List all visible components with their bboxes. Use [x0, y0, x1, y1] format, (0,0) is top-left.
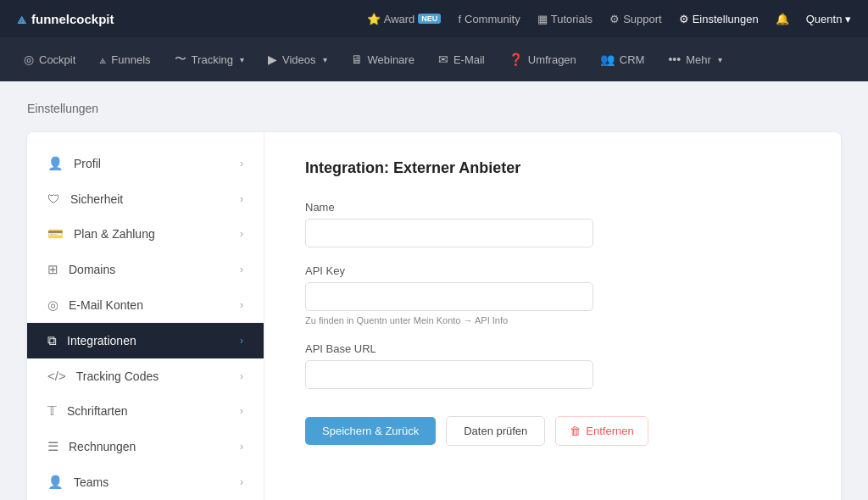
rechnungen-icon: ☰ — [47, 439, 58, 454]
domains-chevron: › — [240, 264, 243, 275]
logo-text: funnelcockpit — [31, 12, 114, 26]
support-label: Support — [623, 13, 662, 25]
plan-zahlung-chevron: › — [240, 228, 243, 240]
name-label: Name — [305, 201, 800, 214]
plan-zahlung-icon: 💳 — [47, 226, 64, 242]
nav-videos[interactable]: ▶ Videos ▾ — [258, 46, 337, 73]
sidebar-item-profil[interactable]: 👤 Profil › — [27, 146, 264, 181]
bell-icon: 🔔 — [776, 13, 789, 25]
tracking-chevron: ▾ — [240, 55, 244, 64]
form-group-api-key: API Key Zu finden in Quentn unter Mein K… — [305, 264, 800, 325]
top-nav-right: ⭐ Award NEU f Community ▦ Tutorials ⚙ Su… — [367, 13, 851, 25]
sidebar-item-schriftarten[interactable]: 𝕋 Schriftarten › — [27, 393, 264, 429]
domains-label: Domains — [69, 263, 115, 276]
form-actions: Speichern & Zurück Daten prüfen 🗑 Entfer… — [305, 416, 800, 446]
community-label: Community — [465, 13, 520, 25]
teams-icon: 👤 — [47, 475, 64, 490]
integrationen-chevron: › — [240, 335, 243, 347]
domains-icon: ⊞ — [47, 262, 58, 277]
sidebar-item-domains[interactable]: ⊞ Domains › — [27, 252, 264, 287]
nav-crm[interactable]: 👥 CRM — [590, 46, 655, 73]
schriftarten-chevron: › — [240, 405, 243, 417]
email-icon: ✉ — [438, 53, 448, 66]
logo[interactable]: ⟁ funnelcockpit — [17, 10, 114, 28]
sicherheit-icon: 🛡 — [47, 192, 60, 206]
user-label: Quentn ▾ — [806, 13, 851, 25]
sidebar-item-plan-zahlung[interactable]: 💳 Plan & Zahlung › — [27, 216, 264, 252]
settings-card: 👤 Profil › 🛡 Sicherheit › 💳 Plan & Zahlu… — [27, 132, 841, 500]
email-label: E-Mail — [453, 53, 485, 66]
videos-label: Videos — [282, 53, 316, 66]
email-konten-label: E-Mail Konten — [69, 298, 143, 312]
rechnungen-chevron: › — [240, 441, 243, 453]
webinare-label: Webinare — [368, 53, 415, 66]
sidebar-item-rechnungen[interactable]: ☰ Rechnungen › — [27, 429, 264, 464]
sidebar-item-teams[interactable]: 👤 Teams › — [27, 464, 264, 500]
top-nav-user[interactable]: Quentn ▾ — [806, 13, 851, 25]
email-konten-chevron: › — [240, 299, 243, 311]
einstellungen-label: Einstellungen — [693, 13, 759, 25]
videos-chevron: ▾ — [323, 55, 327, 64]
profil-icon: 👤 — [47, 156, 64, 171]
crm-icon: 👥 — [600, 53, 615, 66]
top-nav-support[interactable]: ⚙ Support — [609, 13, 662, 25]
rechnungen-label: Rechnungen — [69, 440, 136, 453]
cockpit-label: Cockpit — [39, 53, 75, 66]
tracking-codes-label: Tracking Codes — [76, 369, 159, 383]
api-base-url-input[interactable] — [305, 360, 593, 389]
top-nav-community[interactable]: f Community — [458, 13, 520, 25]
sicherheit-chevron: › — [240, 193, 243, 205]
remove-icon: 🗑 — [570, 425, 581, 437]
mehr-label: Mehr — [686, 53, 711, 66]
award-badge: NEU — [418, 14, 441, 24]
mehr-icon: ••• — [668, 53, 681, 66]
sidebar-item-tracking-codes[interactable]: </> Tracking Codes › — [27, 358, 264, 393]
page-content: Einstellungen 👤 Profil › 🛡 Sicherheit › — [0, 81, 868, 500]
top-navigation: ⟁ funnelcockpit ⭐ Award NEU f Community … — [0, 0, 868, 37]
api-key-input[interactable] — [305, 282, 593, 311]
breadcrumb: Einstellungen — [27, 102, 841, 115]
crm-label: CRM — [620, 53, 645, 66]
remove-button[interactable]: 🗑 Entfernen — [555, 416, 648, 446]
umfragen-icon: ❓ — [509, 53, 523, 66]
nav-umfragen[interactable]: ❓ Umfragen — [498, 46, 587, 73]
schriftarten-icon: 𝕋 — [47, 403, 57, 419]
name-input[interactable] — [305, 219, 593, 247]
plan-zahlung-label: Plan & Zahlung — [74, 227, 155, 241]
sidebar-item-sicherheit[interactable]: 🛡 Sicherheit › — [27, 181, 264, 216]
api-key-label: API Key — [305, 264, 800, 277]
api-key-hint: Zu finden in Quentn unter Mein Konto → A… — [305, 315, 800, 325]
nav-funnels[interactable]: ⟁ Funnels — [89, 46, 160, 73]
sidebar-item-email-konten[interactable]: ◎ E-Mail Konten › — [27, 287, 264, 323]
top-nav-award[interactable]: ⭐ Award NEU — [367, 13, 442, 25]
nav-webinare[interactable]: 🖥 Webinare — [341, 46, 425, 73]
cockpit-icon: ◎ — [24, 53, 34, 66]
sidebar-item-integrationen[interactable]: ⧉ Integrationen › — [27, 323, 264, 358]
nav-email[interactable]: ✉ E-Mail — [428, 46, 495, 73]
award-icon: ⭐ — [367, 13, 381, 25]
form-title: Integration: Externer Anbieter — [305, 159, 800, 177]
integrationen-icon: ⧉ — [47, 333, 57, 348]
top-nav-tutorials[interactable]: ▦ Tutorials — [537, 13, 593, 25]
check-button[interactable]: Daten prüfen — [446, 416, 545, 446]
nav-tracking[interactable]: 〜 Tracking ▾ — [164, 45, 254, 74]
mehr-chevron: ▾ — [718, 55, 722, 64]
community-icon: f — [458, 13, 461, 25]
top-nav-bell[interactable]: 🔔 — [776, 13, 789, 25]
schriftarten-label: Schriftarten — [67, 404, 128, 418]
teams-label: Teams — [74, 475, 108, 489]
tutorials-label: Tutorials — [551, 13, 593, 25]
form-group-name: Name — [305, 201, 800, 247]
videos-icon: ▶ — [268, 53, 277, 66]
award-label: Award — [384, 13, 415, 25]
nav-cockpit[interactable]: ◎ Cockpit — [14, 46, 86, 73]
top-nav-einstellungen[interactable]: ⚙ Einstellungen — [679, 13, 759, 25]
sicherheit-label: Sicherheit — [70, 192, 123, 206]
settings-sidebar: 👤 Profil › 🛡 Sicherheit › 💳 Plan & Zahlu… — [27, 132, 264, 500]
nav-mehr[interactable]: ••• Mehr ▾ — [658, 46, 732, 73]
profil-chevron: › — [240, 158, 243, 169]
remove-label: Entfernen — [586, 425, 633, 437]
funnels-icon: ⟁ — [99, 53, 106, 66]
einstellungen-icon: ⚙ — [679, 13, 689, 25]
save-button[interactable]: Speichern & Zurück — [305, 417, 436, 445]
